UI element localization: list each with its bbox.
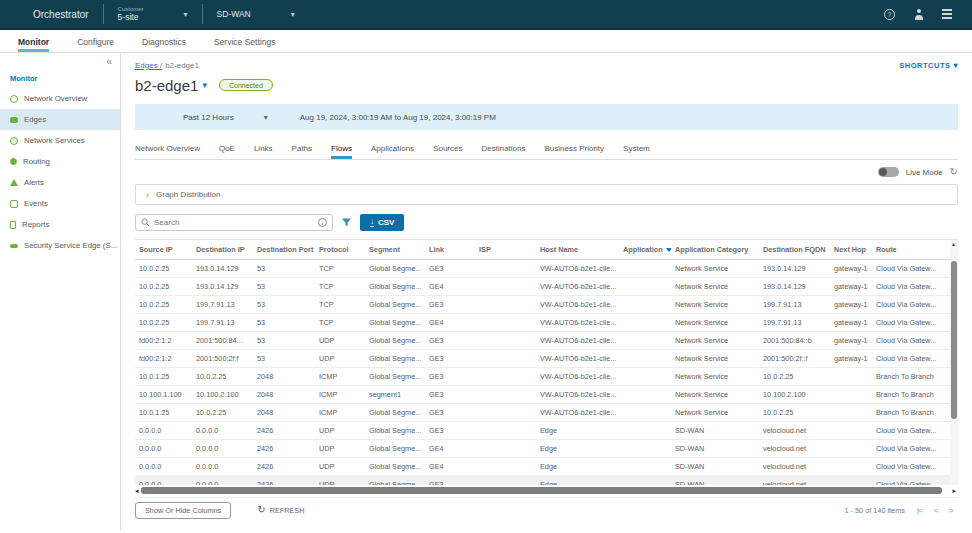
table-row[interactable]: 0.0.0.00.0.0.02426UDPGlobal Segme...GE4E…: [135, 439, 958, 457]
column-header-label: Route: [876, 245, 897, 254]
horizontal-scrollbar-thumb[interactable]: [141, 487, 943, 494]
nav-tab-diagnostics[interactable]: Diagnostics: [142, 37, 186, 52]
sidebar-item-events[interactable]: Events: [0, 193, 120, 214]
column-header-application-category[interactable]: Application Category: [671, 240, 759, 259]
application-filter-icon[interactable]: [666, 248, 671, 252]
app-header: Orchestrator Customer 5-site ▾ SD-WAN ▾ …: [0, 0, 972, 30]
table-cell: [475, 403, 536, 421]
column-header-source-ip[interactable]: Source IP: [135, 240, 192, 259]
sidebar-item-security-service-edge-s[interactable]: Security Service Edge (S...: [0, 235, 120, 256]
csv-label: CSV: [378, 218, 394, 227]
table-cell: 0.0.0.0: [192, 421, 253, 439]
service-selector[interactable]: SD-WAN ▾: [217, 9, 295, 19]
live-mode-toggle[interactable]: [878, 167, 899, 177]
prev-page-icon[interactable]: <: [934, 506, 938, 515]
filter-icon[interactable]: [341, 217, 352, 228]
time-range-caret-icon[interactable]: ▾: [264, 113, 268, 122]
nav-tab-configure[interactable]: Configure: [77, 37, 114, 52]
table-row[interactable]: 10.0.1.2510.0.2.252048ICMPGlobal Segme..…: [135, 367, 958, 385]
table-cell: [830, 367, 872, 385]
table-row[interactable]: 0.0.0.00.0.0.02426UDPGlobal Segme...GE3E…: [135, 475, 958, 485]
table-cell: 10.0.2.25: [192, 367, 253, 385]
user-icon[interactable]: [913, 9, 924, 20]
column-header-next-hop[interactable]: Next Hop: [830, 240, 872, 259]
first-page-icon[interactable]: |<: [917, 506, 922, 515]
customer-selector[interactable]: Customer 5-site ▾: [118, 6, 188, 22]
table-cell: Global Segme...: [365, 277, 425, 295]
graph-distribution-panel[interactable]: › Graph Distribution: [135, 184, 958, 205]
tab-sources[interactable]: Sources: [433, 144, 462, 159]
table-row[interactable]: 0.0.0.00.0.0.02426UDPGlobal Segme...GE3E…: [135, 421, 958, 439]
column-header-protocol[interactable]: Protocol: [315, 240, 365, 259]
vertical-scrollbar[interactable]: ▲: [950, 240, 958, 485]
table-cell: 2048: [253, 385, 315, 403]
nav-tab-service-settings[interactable]: Service Settings: [214, 37, 275, 52]
column-header-isp[interactable]: ISP: [475, 240, 536, 259]
column-header-application[interactable]: Application: [619, 240, 671, 259]
tab-flows[interactable]: Flows: [331, 144, 352, 159]
tab-system[interactable]: System: [623, 144, 650, 159]
info-icon[interactable]: i: [318, 218, 327, 227]
tab-paths[interactable]: Paths: [292, 144, 312, 159]
table-row[interactable]: 10.0.1.2510.0.2.252048ICMPGlobal Segme..…: [135, 403, 958, 421]
column-header-link[interactable]: Link: [425, 240, 475, 259]
table-cell: Cloud Via Gatew...: [872, 475, 948, 485]
sidebar-item-reports[interactable]: Reports: [0, 214, 120, 235]
table-cell: 0.0.0.0: [192, 457, 253, 475]
tab-applications[interactable]: Applications: [371, 144, 414, 159]
status-badge: Connected: [219, 79, 273, 91]
help-icon[interactable]: ?: [884, 9, 895, 20]
sidebar-item-network-services[interactable]: Network Services: [0, 130, 120, 151]
refresh-button[interactable]: ↻ REFRESH: [257, 505, 304, 515]
table-row[interactable]: 10.0.2.25193.0.14.12953TCPGlobal Segme..…: [135, 259, 958, 277]
tab-links[interactable]: Links: [254, 144, 273, 159]
column-header-destination-fqdn[interactable]: Destination FQDN: [759, 240, 830, 259]
scroll-left-icon[interactable]: ◂: [135, 487, 139, 494]
customer-caret-icon[interactable]: ▾: [184, 10, 188, 19]
table-row[interactable]: fd00:2:1:22001:500:2f:f53UDPGlobal Segme…: [135, 349, 958, 367]
refresh-icon[interactable]: ↻: [950, 167, 958, 177]
table-cell: 53: [253, 277, 315, 295]
tab-network-overview[interactable]: Network Overview: [135, 144, 200, 159]
csv-export-button[interactable]: ↓ CSV: [360, 214, 404, 231]
tab-destinations[interactable]: Destinations: [481, 144, 525, 159]
table-row[interactable]: 0.0.0.00.0.0.02426UDPGlobal Segme...GE4E…: [135, 457, 958, 475]
nav-tab-monitor[interactable]: Monitor: [18, 37, 49, 52]
menu-icon[interactable]: [942, 9, 952, 19]
table-cell: VW-AUTO6-b2e1-clie...: [536, 259, 619, 277]
scroll-up-icon[interactable]: ▲: [951, 241, 956, 247]
column-header-destination-port[interactable]: Destination Port: [253, 240, 315, 259]
breadcrumb-link[interactable]: Edges /: [135, 61, 162, 70]
table-row[interactable]: 10.0.2.25193.0.14.12953TCPGlobal Segme..…: [135, 277, 958, 295]
column-header-segment[interactable]: Segment: [365, 240, 425, 259]
next-page-icon[interactable]: >: [949, 506, 954, 515]
table-cell: 10.0.2.25: [135, 259, 192, 277]
table-row[interactable]: 10.0.2.25199.7.91.1353TCPGlobal Segme...…: [135, 295, 958, 313]
table-row[interactable]: fd00:2:1:22001:500:84...53UDPGlobal Segm…: [135, 331, 958, 349]
sidebar-item-network-overview[interactable]: Network Overview: [0, 88, 120, 109]
edge-caret-icon[interactable]: ▾: [202, 80, 207, 90]
column-header-route[interactable]: Route: [872, 240, 948, 259]
scroll-right-icon[interactable]: ▸: [952, 487, 956, 494]
table-row[interactable]: 10.0.2.25199.7.91.1353TCPGlobal Segme...…: [135, 313, 958, 331]
horizontal-scrollbar[interactable]: ◂ ▸: [135, 486, 958, 495]
show-hide-columns-button[interactable]: Show Or Hide Columns: [135, 502, 231, 519]
table-row[interactable]: 10.100.1.10010.100.2.1002048ICMPsegment1…: [135, 385, 958, 403]
tab-business-priority[interactable]: Business Priority: [545, 144, 605, 159]
table-cell: [619, 331, 671, 349]
shortcuts-button[interactable]: SHORTCUTS ▾: [899, 61, 958, 70]
sidebar-item-edges[interactable]: Edges: [0, 109, 120, 130]
vertical-scrollbar-thumb[interactable]: [951, 261, 957, 419]
search-input[interactable]: [154, 218, 314, 227]
column-header-destination-ip[interactable]: Destination IP: [192, 240, 253, 259]
column-header-label: Link: [429, 245, 444, 254]
download-icon: ↓: [370, 218, 374, 228]
sidebar-item-routing[interactable]: Routing: [0, 151, 120, 172]
service-caret-icon[interactable]: ▾: [291, 10, 295, 19]
sidebar-item-alerts[interactable]: Alerts: [0, 172, 120, 193]
time-range-selector[interactable]: Past 12 Hours: [183, 113, 234, 122]
table-cell: 199.7.91.13: [759, 295, 830, 313]
collapse-sidebar-icon[interactable]: «: [106, 56, 112, 67]
tab-qoe[interactable]: QoE: [219, 144, 235, 159]
column-header-host-name[interactable]: Host Name: [536, 240, 619, 259]
